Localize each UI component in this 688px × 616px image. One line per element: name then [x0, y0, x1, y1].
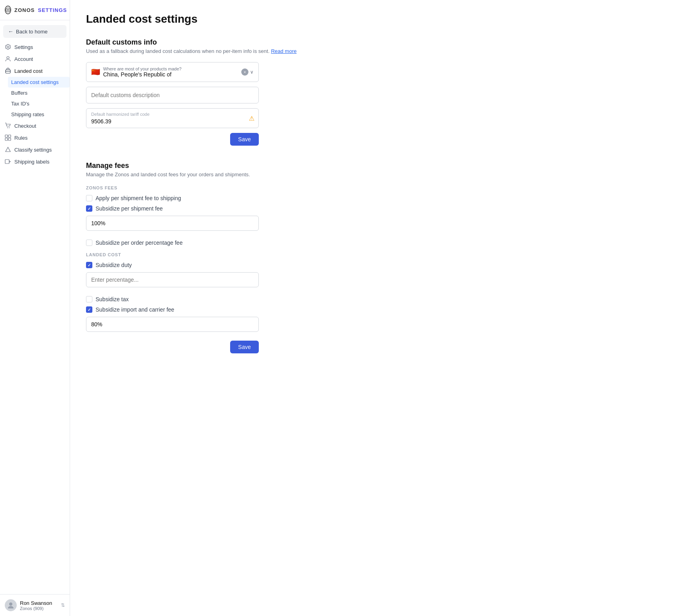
china-flag: 🇨🇳 [91, 68, 100, 76]
arrow-left-icon: ← [8, 28, 14, 35]
country-selector-group: 🇨🇳 Where are most of your products made?… [86, 62, 412, 82]
sidebar-submenu-landed-cost: Landed cost settings Buffers Tax ID's Sh… [0, 77, 70, 120]
apply-per-shipment-checkbox[interactable] [86, 195, 92, 201]
customs-save-wrapper: Save [86, 133, 259, 146]
svg-point-3 [7, 57, 9, 59]
country-selector[interactable]: 🇨🇳 Where are most of your products made?… [86, 62, 259, 82]
tax-ids-label: Tax ID's [11, 101, 29, 107]
tariff-code-input[interactable] [86, 117, 258, 128]
subsidize-import-input[interactable] [86, 317, 259, 332]
sidebar-item-checkout[interactable]: Checkout [0, 120, 70, 132]
apply-per-shipment-row: Apply per shipment fee to shipping [86, 195, 412, 201]
svg-point-2 [7, 46, 9, 48]
sidebar-account-label: Account [14, 56, 33, 62]
sidebar-item-landed-cost-settings[interactable]: Landed cost settings [8, 77, 70, 88]
logo-settings: SETTINGS [38, 7, 67, 13]
subsidize-per-shipment-input[interactable] [86, 216, 259, 231]
subsidize-tax-checkbox[interactable] [86, 296, 92, 302]
customs-section-description: Used as a fallback during landed cost ca… [86, 48, 412, 54]
sidebar-item-classify-settings[interactable]: Classify settings [0, 144, 70, 156]
sidebar-checkout-label: Checkout [14, 123, 36, 129]
country-value: China, People's Republic of [103, 71, 238, 78]
customs-description-group [86, 87, 412, 103]
sidebar-item-rules[interactable]: Rules [0, 132, 70, 144]
sidebar-item-settings[interactable]: Settings [0, 41, 70, 53]
svg-point-5 [7, 127, 8, 128]
avatar [5, 599, 17, 611]
country-actions: × ∨ [241, 68, 254, 76]
svg-rect-10 [8, 138, 11, 140]
user-name: Ron Swanson [20, 600, 58, 606]
sidebar-item-shipping-rates[interactable]: Shipping rates [11, 109, 70, 120]
subsidize-duty-label: Subsidize duty [96, 262, 132, 268]
cart-icon [5, 123, 11, 129]
sidebar-header: ZONOS SETTINGS [0, 0, 70, 20]
sidebar-landed-cost-label: Landed cost [14, 68, 43, 74]
subsidize-duty-row: Subsidize duty [86, 262, 412, 268]
logo-icon [5, 6, 11, 14]
country-content: Where are most of your products made? Ch… [103, 66, 238, 78]
back-button-label: Back to home [16, 29, 48, 35]
sidebar-item-landed-cost[interactable]: Landed cost [0, 65, 70, 77]
triangle-icon [5, 146, 11, 153]
tariff-code-label: Default harmonized tariff code [86, 109, 258, 117]
sidebar-settings-label: Settings [14, 44, 33, 50]
sidebar-navigation: ← Back to home Settings [0, 20, 70, 594]
nav-section: Settings Account [0, 41, 70, 168]
read-more-link[interactable]: Read more [271, 48, 297, 54]
subsidize-per-shipment-label: Subsidize per shipment fee [96, 205, 163, 212]
user-profile[interactable]: Ron Swanson Zonos (909) ⇅ [0, 594, 70, 616]
svg-rect-7 [5, 135, 8, 137]
shipping-rates-label: Shipping rates [11, 111, 44, 117]
bag-icon [5, 68, 11, 74]
subsidize-per-shipment-value-group [86, 216, 412, 235]
sidebar-item-account[interactable]: Account [0, 53, 70, 65]
sidebar-item-tax-ids[interactable]: Tax ID's [11, 98, 70, 109]
back-to-home-button[interactable]: ← Back to home [3, 25, 66, 38]
subsidize-per-order-label: Subsidize per order percentage fee [96, 240, 183, 246]
svg-rect-11 [5, 160, 9, 164]
subsidize-duty-checkbox[interactable] [86, 262, 92, 268]
subsidize-per-order-checkbox[interactable] [86, 240, 92, 246]
subsidize-import-value-group [86, 317, 412, 336]
person-icon [5, 56, 11, 62]
subsidize-import-label: Subsidize import and carrier fee [96, 306, 174, 313]
chevron-updown-icon: ⇅ [61, 602, 65, 608]
landed-cost-settings-label: Landed cost settings [11, 79, 59, 85]
gear-icon [5, 44, 11, 50]
user-org: Zonos (909) [20, 606, 58, 611]
subsidize-import-checkbox[interactable] [86, 306, 92, 313]
buffers-label: Buffers [11, 90, 27, 96]
customs-section-title: Default customs info [86, 38, 412, 47]
user-info: Ron Swanson Zonos (909) [20, 600, 58, 611]
sidebar-shipping-labels-label: Shipping labels [14, 159, 49, 165]
fees-save-button[interactable]: Save [230, 341, 259, 353]
sidebar-item-shipping-labels[interactable]: Shipping labels [0, 156, 70, 168]
sidebar-item-buffers[interactable]: Buffers [11, 88, 70, 98]
country-question-label: Where are most of your products made? [103, 66, 238, 71]
subsidize-duty-input[interactable] [86, 272, 259, 287]
subsidize-tax-row: Subsidize tax [86, 296, 412, 302]
sidebar: ZONOS SETTINGS ← Back to home Settings [0, 0, 70, 616]
page-title: Landed cost settings [86, 13, 412, 25]
svg-rect-9 [5, 138, 8, 140]
svg-rect-8 [8, 135, 11, 137]
warning-icon: ⚠ [249, 115, 254, 122]
subsidize-per-shipment-checkbox[interactable] [86, 205, 92, 212]
zonos-fees-label: ZONOS FEES [86, 185, 412, 190]
fees-section-title: Manage fees [86, 162, 412, 170]
customs-description-input[interactable] [86, 87, 258, 103]
subsidize-duty-input-group [86, 272, 412, 291]
sidebar-classify-label: Classify settings [14, 147, 52, 153]
country-clear-button[interactable]: × [241, 68, 248, 76]
main-content: Landed cost settings Default customs inf… [70, 0, 428, 616]
subsidize-import-row: Subsidize import and carrier fee [86, 306, 412, 313]
svg-point-12 [9, 602, 12, 606]
logo-text: ZONOS [14, 7, 35, 13]
svg-point-1 [7, 9, 9, 11]
dropdown-arrow-icon: ∨ [250, 69, 254, 75]
fees-section: Manage fees Manage the Zonos and landed … [86, 162, 412, 353]
subsidize-tax-label: Subsidize tax [96, 296, 129, 302]
grid-icon [5, 135, 11, 141]
customs-save-button[interactable]: Save [230, 133, 259, 146]
